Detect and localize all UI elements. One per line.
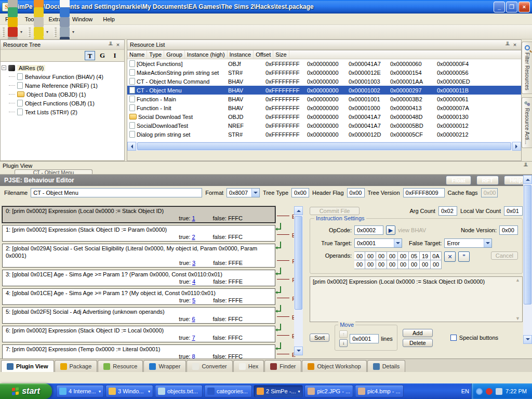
tree-view-mode-button[interactable]: G xyxy=(97,51,108,60)
false-target-select[interactable]: Error xyxy=(444,238,492,248)
toolbar-grip[interactable] xyxy=(28,28,31,37)
operand-cell[interactable]: 00 xyxy=(365,260,376,269)
true-target-link[interactable]: 7 xyxy=(192,335,195,341)
toolbar-overflow-chevron[interactable]: ▾ xyxy=(19,30,24,34)
table-row[interactable]: CT - Object Menu Command BHAV 0xFFFFFFFF… xyxy=(127,77,521,86)
table-row[interactable]: [Object Functions] OBJf 0xFFFFFFFF 0x000… xyxy=(127,59,521,68)
pin-icon[interactable]: ╨ xyxy=(522,162,529,169)
plugins-icon[interactable] xyxy=(8,7,18,17)
tree-item[interactable]: Name Reference (NREF) (1) xyxy=(2,81,123,90)
description-scrollbar[interactable]: ▲▼ xyxy=(514,277,522,321)
true-target-link[interactable]: 1 xyxy=(192,215,195,221)
minimize-button[interactable]: _ xyxy=(494,2,505,12)
true-target-link[interactable]: 6 xyxy=(192,316,195,322)
delete-button[interactable]: Delete xyxy=(403,339,433,347)
filename-input[interactable]: CT - Object Menu xyxy=(31,188,202,197)
instruction-row[interactable]: 1: [prim 0x0002] Expression (Stack Objec… xyxy=(2,225,275,242)
operand-cell[interactable]: 00 xyxy=(354,260,365,269)
local-var-count-input[interactable]: 0x01 xyxy=(504,206,523,216)
editor-header-button[interactable]: RFT xyxy=(476,176,499,185)
view-tab[interactable]: Finder xyxy=(264,360,301,372)
toolbar-overflow-chevron[interactable]: ▾ xyxy=(71,30,76,34)
tree-view-mode-button[interactable]: I xyxy=(110,51,120,60)
resource-actions-tab[interactable]: Resource Acti... xyxy=(522,97,532,148)
delete-list-icon[interactable] xyxy=(34,7,44,17)
operand-cell[interactable]: 05 xyxy=(409,251,420,260)
operand-cell[interactable]: 00 xyxy=(398,251,409,260)
operand-cell[interactable]: 00 xyxy=(365,251,376,260)
task-button[interactable]: pic4.bmp - ... xyxy=(355,385,404,397)
task-button[interactable]: 2 SimPe -... ▾ xyxy=(254,385,303,397)
save-as-icon[interactable] xyxy=(60,27,70,37)
sort-button[interactable]: Sort xyxy=(310,334,329,342)
view-tab[interactable]: Converter xyxy=(187,360,232,372)
task-button[interactable]: objects.txt... xyxy=(155,385,203,397)
column-header[interactable]: Name xyxy=(127,50,147,59)
operand-cell[interactable]: 00 xyxy=(409,260,420,269)
scrollbar-thumb[interactable] xyxy=(524,185,531,304)
link-icon[interactable] xyxy=(8,0,18,7)
task-button[interactable]: 4 Interne... ▾ xyxy=(56,385,104,397)
comment-icon[interactable] xyxy=(34,17,44,27)
tree-root[interactable]: − AllRes (9) xyxy=(2,63,123,72)
toolbar-grip[interactable] xyxy=(2,28,5,37)
language-indicator[interactable]: EN xyxy=(461,388,469,394)
true-target-select[interactable]: 0x0001 xyxy=(354,238,402,248)
notes-icon[interactable] xyxy=(8,27,18,37)
toolbar-overflow-chevron[interactable]: ▾ xyxy=(45,30,50,34)
save-icon[interactable] xyxy=(60,17,70,27)
move-down-button[interactable]: ↓ xyxy=(339,339,348,347)
start-button[interactable]: start xyxy=(0,383,52,399)
instruction-row[interactable]: 2: [global 0x029A] Social - Get Social E… xyxy=(2,244,275,268)
tray-collapse-icon[interactable] xyxy=(476,388,483,395)
scroll-left-button[interactable] xyxy=(127,142,136,151)
tree-item[interactable]: Object Functions (OBJf) (1) xyxy=(2,99,123,108)
add-button[interactable]: Add xyxy=(403,329,433,337)
scroll-up-button[interactable] xyxy=(294,206,303,215)
undo-icon[interactable] xyxy=(34,0,44,7)
table-row[interactable]: Function - Main BHAV 0xFFFFFFFF 0x000000… xyxy=(127,95,521,103)
opcode-input[interactable]: 0x0002 xyxy=(354,225,383,235)
instruction-row[interactable]: 5: [global 0x02F5] Social - Adj Advertis… xyxy=(2,307,275,324)
table-row[interactable]: CT - Object Menu BHAV 0xFFFFFFFF 0x00000… xyxy=(127,86,521,95)
editor-header-button[interactable]: Float xyxy=(446,176,471,185)
plugin-scrollbar[interactable] xyxy=(523,175,532,344)
column-header[interactable]: Group xyxy=(164,50,185,59)
view-tab[interactable]: Object Workshop xyxy=(302,360,366,372)
menu-item[interactable]: Window xyxy=(67,15,98,24)
node-version-input[interactable]: 0x00 xyxy=(499,225,518,235)
new-file-icon[interactable] xyxy=(60,0,70,7)
scroll-down-button[interactable] xyxy=(523,335,532,344)
table-row[interactable]: MakeActionString prim string set STR# 0x… xyxy=(127,68,521,77)
table-row[interactable]: Function - Init BHAV 0xFFFFFFFF 0x000000… xyxy=(127,103,521,112)
operand-cell[interactable]: 00 xyxy=(387,251,398,260)
move-lines-input[interactable]: 0x0001 xyxy=(350,334,379,343)
operand-cell[interactable]: 00 xyxy=(376,260,387,269)
menu-item[interactable]: Help xyxy=(98,15,120,24)
scrollbar-thumb[interactable] xyxy=(137,142,511,150)
column-header[interactable]: Type xyxy=(147,50,164,59)
horizontal-scrollbar[interactable] xyxy=(127,142,521,151)
package-badge-icon[interactable] xyxy=(8,17,18,27)
goto-bhav-button[interactable]: ▶ xyxy=(386,225,395,235)
task-button[interactable]: categories... xyxy=(204,385,252,397)
operand-cell[interactable]: 00 xyxy=(420,260,431,269)
true-target-link[interactable]: 2 xyxy=(192,234,195,240)
view-tab[interactable]: Details xyxy=(367,360,406,372)
close-icon[interactable]: × xyxy=(114,41,122,48)
table-row[interactable]: SocialDownloadTest NREF 0xFFFFFFFF 0x000… xyxy=(127,121,521,130)
taskbar-clock[interactable]: 7:22 PM xyxy=(506,388,527,394)
tree-view-mode-button[interactable]: T xyxy=(85,51,95,60)
scrollbar-thumb[interactable] xyxy=(295,216,302,310)
tray-pen-icon[interactable] xyxy=(496,388,502,395)
table-row[interactable]: Social Download Test OBJD 0xFFFFFFFF 0x0… xyxy=(127,112,521,121)
task-button[interactable]: 3 Windo... ▾ xyxy=(105,385,153,397)
scroll-down-button[interactable] xyxy=(294,347,303,355)
view-tab[interactable]: Wrapper xyxy=(143,360,186,372)
operand-cell[interactable]: 19 xyxy=(420,251,431,260)
operand-cell[interactable]: 00 xyxy=(398,260,409,269)
tree-item[interactable]: Behaviour Function (BHAV) (4) xyxy=(2,72,123,81)
instruction-row[interactable]: 3: [global 0x01CE] Age - Sims Age >= Par… xyxy=(2,270,275,286)
operand-cell[interactable]: 0A xyxy=(431,251,442,260)
header-flag-input[interactable]: 0x00 xyxy=(347,188,365,197)
